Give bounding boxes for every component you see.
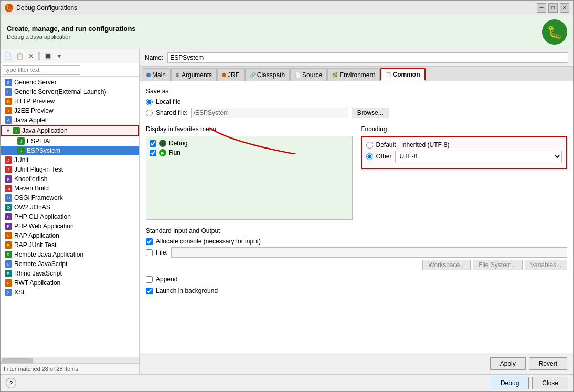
encoding-box: Default - inherited (UTF-8) Other UTF-8 …	[361, 136, 568, 169]
file-input[interactable]	[171, 247, 567, 258]
filesystem-button[interactable]: File System...	[473, 260, 523, 270]
duplicate-button[interactable]: 📋	[14, 51, 25, 61]
debug-configurations-window: 🐛 Debug Configurations ─ □ ✕ Create, man…	[0, 0, 574, 392]
two-column-section: Display in favorites menu ⬛ Debug ▶ Run	[146, 125, 567, 220]
shared-file-radio[interactable]	[146, 110, 153, 116]
php-web-icon: P	[5, 223, 12, 230]
header-bug-icon: 🐛	[542, 19, 567, 45]
apply-button[interactable]: Apply	[490, 357, 526, 370]
tree-item-maven[interactable]: m Maven Build	[1, 184, 139, 193]
tree-item-espfiae[interactable]: J ESPFIAE	[1, 136, 139, 146]
tree-item-label: Generic Server(External Launch)	[14, 88, 106, 96]
tree-item-php-web[interactable]: P PHP Web Application	[1, 221, 139, 231]
revert-button[interactable]: Revert	[529, 357, 567, 370]
browse-button[interactable]: Browse...	[352, 108, 389, 118]
horizontal-scrollbar[interactable]	[1, 357, 139, 363]
tree-item-java-applet[interactable]: A Java Applet	[1, 115, 139, 125]
new-config-button[interactable]: 📄	[3, 51, 13, 61]
left-toolbar: 📄 📋 ✕ 🔳 ▼	[1, 49, 139, 63]
title-bar: 🐛 Debug Configurations ─ □ ✕	[1, 1, 573, 15]
right-panel: Name: Main ⊞ Arguments JRE 🔗	[140, 49, 573, 374]
tree-item-label: Remote JavaScript	[14, 260, 67, 268]
delete-button[interactable]: ✕	[26, 51, 36, 61]
tree-item-generic-server-ext[interactable]: S Generic Server(External Launch)	[1, 87, 139, 97]
tree-item-label: PHP CLI Application	[14, 213, 71, 220]
name-input[interactable]	[167, 52, 568, 63]
cp-tab-icon: 🔗	[250, 72, 256, 78]
tree-item-osgi[interactable]: O OSGi Framework	[1, 193, 139, 203]
tree-item-label: OSGi Framework	[14, 194, 63, 202]
encoding-select[interactable]: UTF-8 UTF-16 ISO-8859-1	[395, 151, 562, 162]
tree-item-jonas[interactable]: O OW2 JOnAS	[1, 203, 139, 212]
minimize-button[interactable]: ─	[537, 3, 546, 13]
name-label: Name:	[145, 54, 163, 61]
tree-item-label: Knopflerfish	[14, 175, 47, 183]
tree-item-espsystem[interactable]: J ESPSystem	[1, 146, 139, 155]
close-window-button[interactable]: ✕	[560, 3, 569, 13]
shared-file-input[interactable]	[191, 108, 348, 118]
tree-item-label: ESPSystem	[27, 147, 60, 154]
scrollbar-thumb[interactable]	[2, 358, 33, 363]
tab-source-label: Source	[302, 71, 322, 79]
launch-checkbox[interactable]	[146, 288, 153, 294]
collapse-button[interactable]: 🔳	[42, 51, 53, 61]
tab-classpath[interactable]: 🔗 Classpath	[245, 68, 290, 81]
help-button[interactable]: ?	[6, 378, 16, 388]
junit-plugin-icon: J	[5, 166, 12, 173]
encoding-default-radio[interactable]	[366, 142, 373, 149]
tree-item-label: ESPFIAE	[27, 137, 54, 145]
tree-item-label: XSL	[14, 289, 26, 296]
run-checkbox[interactable]	[150, 150, 156, 156]
tab-environment[interactable]: 🌿 Environment	[327, 68, 379, 81]
tree-item-xsl[interactable]: X XSL	[1, 288, 139, 297]
server-icon: S	[5, 79, 12, 86]
tree-item-rap-junit[interactable]: R RAP JUnit Test	[1, 240, 139, 250]
filter-input[interactable]	[3, 65, 80, 75]
tree-item-php-cli[interactable]: P PHP CLI Application	[1, 212, 139, 221]
debug-small-icon: ⬛	[159, 140, 166, 147]
knop-icon: K	[5, 175, 12, 183]
footer: ? Debug Close	[1, 374, 573, 391]
tab-source[interactable]: 📄 Source	[290, 68, 327, 81]
tab-jre-label: JRE	[228, 71, 240, 79]
tree-item-remote-java[interactable]: R Remote Java Application	[1, 250, 139, 259]
maximize-button[interactable]: □	[548, 3, 558, 13]
tree-item-label: OW2 JOnAS	[14, 204, 50, 211]
tree-item-junit[interactable]: J JUnit	[1, 155, 139, 165]
debug-checkbox[interactable]	[150, 140, 156, 147]
filter-status: Filter matched 28 of 28 items	[1, 363, 139, 374]
tree-item-remote-js[interactable]: R Remote JavaScript	[1, 259, 139, 269]
header-text: Create, manage, and run configurations D…	[7, 25, 136, 40]
tree-item-junit-plugin[interactable]: J JUnit Plug-in Test	[1, 165, 139, 174]
file-checkbox[interactable]	[146, 249, 153, 256]
filter-button[interactable]: ▼	[54, 51, 65, 61]
favorites-box: ⬛ Debug ▶ Run	[146, 136, 353, 220]
tree-item-rap-app[interactable]: R RAP Application	[1, 231, 139, 240]
tab-main[interactable]: Main	[142, 68, 171, 81]
tab-arguments[interactable]: ⊞ Arguments	[171, 68, 217, 81]
local-file-radio[interactable]	[146, 99, 153, 105]
tree-item-rwt[interactable]: R RWT Application	[1, 278, 139, 288]
variables-button[interactable]: Variables...	[525, 260, 567, 270]
launch-row: Launch in background	[146, 287, 567, 294]
workspace-button[interactable]: Workspace...	[422, 260, 471, 270]
common-tab-icon: 📋	[386, 72, 391, 77]
tab-environment-label: Environment	[339, 71, 375, 79]
tree-item-label: Java Application	[22, 127, 68, 134]
tree-item-http-preview[interactable]: H HTTP Preview	[1, 97, 139, 106]
tree-item-java-application[interactable]: ▼ J Java Application	[1, 125, 139, 136]
tree-item-j2ee[interactable]: J J2EE Preview	[1, 106, 139, 115]
tab-jre[interactable]: JRE	[217, 68, 245, 81]
tab-arguments-label: Arguments	[182, 71, 212, 79]
tree-item-generic-server[interactable]: S Generic Server	[1, 78, 139, 87]
encoding-other-radio[interactable]	[366, 153, 373, 160]
debug-label: Debug	[169, 140, 187, 147]
launch-label: Launch in background	[156, 287, 218, 294]
debug-button[interactable]: Debug	[491, 377, 529, 389]
tree-item-rhino[interactable]: R Rhino JavaScript	[1, 269, 139, 278]
allocate-console-checkbox[interactable]	[146, 238, 153, 245]
tab-common[interactable]: 📋 Common	[380, 68, 426, 81]
tree-item-knopflerfish[interactable]: K Knopflerfish	[1, 174, 139, 184]
close-button[interactable]: Close	[532, 377, 568, 389]
append-checkbox[interactable]	[146, 276, 153, 283]
